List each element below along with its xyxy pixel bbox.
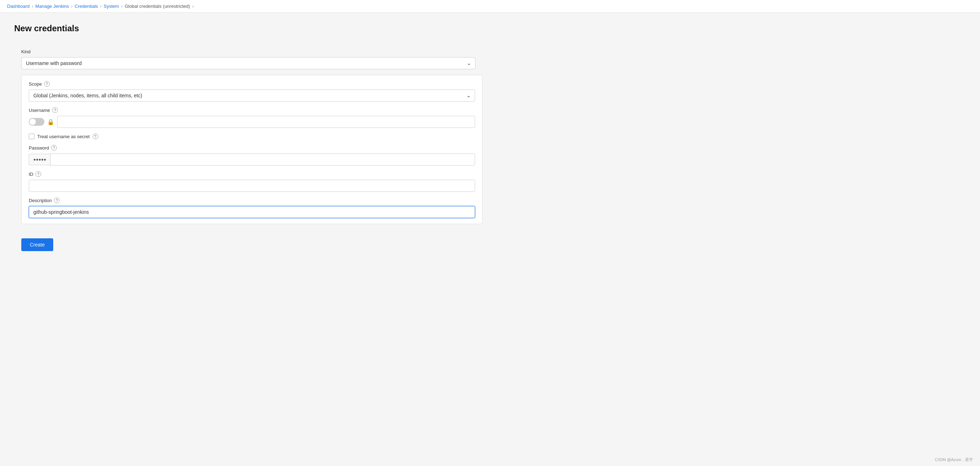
password-label: Password ? — [29, 145, 475, 151]
breadcrumb-sep-1: › — [32, 4, 33, 9]
description-label-text: Description — [29, 198, 52, 203]
scope-section: Scope ? Global (Jenkins, nodes, items, a… — [21, 75, 482, 224]
button-row: Create — [14, 224, 482, 265]
description-input[interactable] — [29, 206, 475, 218]
scope-select-wrapper: Global (Jenkins, nodes, items, all child… — [29, 89, 475, 102]
footer-credit: CSDN @Azure，星宇 — [935, 457, 973, 463]
breadcrumb-sep-3: › — [100, 4, 102, 9]
password-row: ●●●●● — [29, 153, 475, 166]
kind-select-wrapper: Username with password SSH Username with… — [21, 57, 476, 69]
id-input[interactable] — [29, 180, 475, 192]
breadcrumb-system[interactable]: System — [103, 3, 119, 9]
scope-label: Scope ? — [29, 81, 475, 87]
password-label-text: Password — [29, 145, 49, 151]
username-field-group: Username ? 🔒 — [29, 107, 475, 132]
description-field-group: Description ? — [29, 198, 475, 218]
id-help-icon[interactable]: ? — [35, 171, 41, 177]
breadcrumb-dashboard[interactable]: Dashboard — [7, 3, 30, 9]
username-label-text: Username — [29, 108, 50, 113]
scope-field-group: Scope ? Global (Jenkins, nodes, items, a… — [29, 81, 475, 107]
password-toggle-button[interactable]: ●●●●● — [29, 154, 50, 165]
breadcrumb-sep-2: › — [71, 4, 72, 9]
id-label: ID ? — [29, 171, 475, 177]
treat-username-secret-checkbox[interactable] — [29, 134, 34, 139]
password-help-icon[interactable]: ? — [51, 145, 57, 151]
breadcrumb-sep-4: › — [121, 4, 123, 9]
password-input[interactable] — [50, 153, 475, 166]
lock-icon: 🔒 — [47, 119, 54, 125]
breadcrumb-manage-jenkins[interactable]: Manage Jenkins — [35, 3, 69, 9]
breadcrumb-credentials[interactable]: Credentials — [75, 3, 98, 9]
username-toggle[interactable] — [29, 118, 45, 126]
treat-username-secret-help-icon[interactable]: ? — [92, 134, 98, 139]
breadcrumb-global-credentials: Global credentials (unrestricted) — [124, 3, 190, 9]
page-title: New credentials — [14, 24, 482, 34]
username-label: Username ? — [29, 107, 475, 113]
kind-field-group: Kind Username with password SSH Username… — [14, 43, 482, 75]
treat-username-secret-label: Treat username as secret — [37, 134, 90, 139]
create-button[interactable]: Create — [21, 238, 53, 251]
breadcrumb: Dashboard › Manage Jenkins › Credentials… — [0, 0, 980, 13]
username-toggle-slider — [29, 118, 45, 126]
username-row: 🔒 — [29, 116, 475, 128]
id-label-text: ID — [29, 172, 33, 177]
scope-help-icon[interactable]: ? — [44, 81, 50, 87]
kind-select[interactable]: Username with password SSH Username with… — [21, 57, 476, 69]
scope-select[interactable]: Global (Jenkins, nodes, items, all child… — [29, 89, 475, 102]
kind-label-text: Kind — [21, 49, 30, 54]
treat-username-secret-row: Treat username as secret ? — [29, 132, 475, 145]
username-help-icon[interactable]: ? — [52, 107, 58, 113]
breadcrumb-sep-5: › — [192, 4, 194, 9]
kind-label: Kind — [21, 49, 476, 54]
username-input[interactable] — [57, 116, 475, 128]
description-label: Description ? — [29, 198, 475, 203]
password-field-group: Password ? ●●●●● — [29, 145, 475, 171]
id-field-group: ID ? — [29, 171, 475, 198]
main-content: New credentials Kind Username with passw… — [0, 13, 497, 276]
description-help-icon[interactable]: ? — [54, 198, 60, 203]
scope-label-text: Scope — [29, 81, 42, 87]
